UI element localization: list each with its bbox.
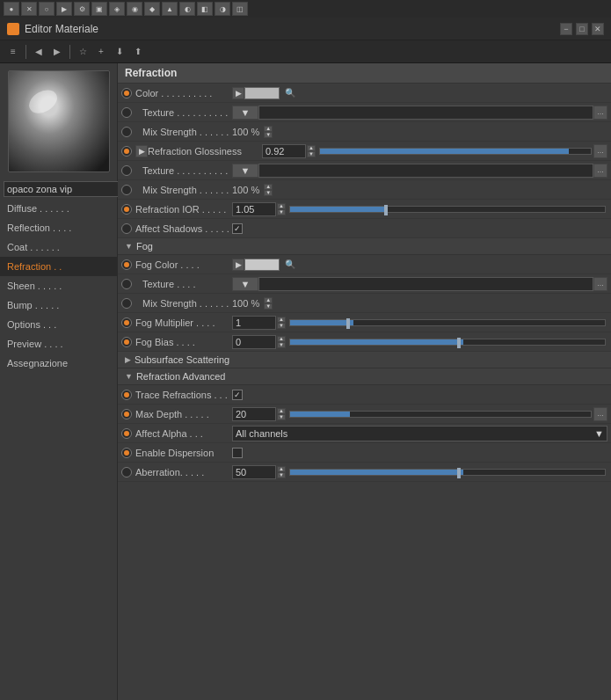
fog-bias-up[interactable]: ▲ <box>277 336 286 342</box>
texture-more-1[interactable]: … <box>593 106 607 120</box>
trace-checkbox[interactable]: ✓ <box>232 390 243 400</box>
fog-mix-spinner[interactable]: ▲ ▼ <box>264 297 273 310</box>
fog-multiplier-spinbtns[interactable]: ▲ ▼ <box>277 317 286 329</box>
toolbar-icon-13[interactable]: ◑ <box>215 2 230 16</box>
forward-icon[interactable]: ▶ <box>49 44 65 60</box>
mix-down-2[interactable]: ▼ <box>264 190 273 196</box>
texture-more-2[interactable]: … <box>593 164 607 178</box>
fog-texture-input[interactable] <box>258 277 593 291</box>
texture-input-2[interactable] <box>258 164 593 178</box>
add-icon[interactable]: + <box>93 44 109 60</box>
mix-spinner-1[interactable]: ▲ ▼ <box>264 126 273 138</box>
max-depth-slider[interactable] <box>289 411 592 418</box>
texture-dropdown-1[interactable]: ▼ <box>232 106 258 120</box>
mix-radio-2[interactable] <box>121 185 132 195</box>
texture-dropdown-2[interactable]: ▼ <box>232 164 258 178</box>
nav-item-sheen[interactable]: Sheen . . . . . <box>0 276 117 295</box>
mix-up-2[interactable]: ▲ <box>264 184 273 190</box>
texture-radio-2[interactable] <box>121 165 132 176</box>
glossiness-more[interactable]: … <box>593 144 607 158</box>
fog-mult-down[interactable]: ▼ <box>277 323 286 329</box>
nav-item-coat[interactable]: Coat . . . . . . <box>0 237 117 257</box>
nav-item-diffuse[interactable]: Diffuse . . . . . . <box>0 199 117 218</box>
fog-eyedropper-icon[interactable]: 🔍 <box>283 258 297 272</box>
mix-spinner-2[interactable]: ▲ ▼ <box>264 184 273 196</box>
export-icon[interactable]: ⬆ <box>130 44 146 60</box>
nav-item-reflection[interactable]: Reflection . . . . <box>0 218 117 237</box>
nav-item-bump[interactable]: Bump . . . . . <box>0 295 117 315</box>
mix-down-1[interactable]: ▼ <box>264 132 273 138</box>
ior-down[interactable]: ▼ <box>277 209 286 215</box>
back-icon[interactable]: ◀ <box>31 44 47 60</box>
fog-header[interactable]: ▼ Fog <box>118 238 611 255</box>
texture-radio-1[interactable] <box>121 107 132 118</box>
glossiness-radio[interactable] <box>121 146 132 157</box>
toolbar-icon-8[interactable]: ◉ <box>127 2 142 16</box>
fog-multiplier-slider[interactable] <box>289 319 606 326</box>
affect-shadows-checkbox[interactable]: ✓ <box>232 223 243 234</box>
aberration-slider[interactable] <box>289 469 606 476</box>
enable-dispersion-radio[interactable] <box>121 448 132 458</box>
fog-mix-down[interactable]: ▼ <box>264 303 273 310</box>
toolbar-icon-9[interactable]: ◆ <box>144 2 160 16</box>
glossiness-spinbtns[interactable]: ▲ ▼ <box>307 145 316 157</box>
material-name-input[interactable] <box>4 181 132 197</box>
fog-bias-spinbtns[interactable]: ▲ ▼ <box>277 336 286 348</box>
fog-color-radio[interactable] <box>121 259 132 270</box>
toolbar-icon-11[interactable]: ◐ <box>179 2 195 16</box>
import-icon[interactable]: ⬇ <box>112 44 127 60</box>
fog-bias-input[interactable] <box>232 335 276 349</box>
aberration-down[interactable]: ▼ <box>277 472 286 478</box>
affect-alpha-radio[interactable] <box>121 428 132 439</box>
max-depth-input[interactable] <box>232 407 276 421</box>
toolbar-icon-2[interactable]: ✕ <box>21 2 37 16</box>
ior-spinbtns[interactable]: ▲ ▼ <box>277 203 286 215</box>
refraction-advanced-header[interactable]: ▼ Refraction Advanced <box>118 368 611 385</box>
mix-radio-1[interactable] <box>121 127 132 137</box>
fog-bias-slider[interactable] <box>289 339 606 346</box>
menu-icon[interactable]: ≡ <box>5 44 21 60</box>
aberration-radio[interactable] <box>121 467 132 478</box>
ior-input[interactable] <box>232 202 276 216</box>
glossiness-up[interactable]: ▲ <box>307 145 316 151</box>
max-depth-down[interactable]: ▼ <box>277 414 286 420</box>
toolbar-icon-7[interactable]: ◈ <box>109 2 125 16</box>
glossiness-down[interactable]: ▼ <box>307 151 316 157</box>
toolbar-icon-1[interactable]: ● <box>4 2 19 16</box>
toolbar-icon-6[interactable]: ▣ <box>91 2 107 16</box>
nav-item-preview[interactable]: Preview . . . . <box>0 334 117 354</box>
fog-texture-more[interactable]: … <box>593 277 607 291</box>
max-depth-up[interactable]: ▲ <box>277 408 286 414</box>
toolbar-icon-4[interactable]: ▶ <box>56 2 72 16</box>
close-button[interactable]: ✕ <box>592 23 604 35</box>
enable-dispersion-checkbox[interactable] <box>232 448 243 458</box>
color-swatch[interactable] <box>244 87 280 99</box>
aberration-up[interactable]: ▲ <box>277 466 286 472</box>
maximize-button[interactable]: □ <box>576 23 588 35</box>
fog-bias-radio[interactable] <box>121 337 132 347</box>
aberration-spinbtns[interactable]: ▲ ▼ <box>277 466 286 478</box>
minimize-button[interactable]: − <box>560 23 572 35</box>
trace-radio[interactable] <box>121 390 132 400</box>
fog-mix-radio[interactable] <box>121 298 132 309</box>
mix-up-1[interactable]: ▲ <box>264 126 273 132</box>
glossiness-slider[interactable] <box>319 148 592 155</box>
max-depth-more[interactable]: … <box>593 407 607 421</box>
glossiness-input[interactable] <box>262 144 306 158</box>
nav-item-refraction[interactable]: Refraction . . <box>0 257 117 276</box>
toolbar-icon-3[interactable]: ○ <box>39 2 55 16</box>
aberration-input[interactable] <box>232 465 276 479</box>
toolbar-icon-10[interactable]: ▲ <box>162 2 178 16</box>
fog-multiplier-input[interactable] <box>232 316 276 330</box>
color-arrow[interactable]: ▶ <box>232 87 244 99</box>
nav-item-options[interactable]: Options . . . <box>0 315 117 334</box>
ior-up[interactable]: ▲ <box>277 203 286 209</box>
fog-color-swatch[interactable] <box>244 259 280 271</box>
ior-radio[interactable] <box>121 204 132 215</box>
toolbar-icon-12[interactable]: ◧ <box>197 2 213 16</box>
fog-multiplier-radio[interactable] <box>121 317 132 328</box>
subsurface-header[interactable]: ▶ Subsurface Scattering <box>118 352 611 368</box>
nav-item-assegnazione[interactable]: Assegnazione <box>0 354 117 373</box>
fog-texture-radio[interactable] <box>121 279 132 289</box>
color-radio[interactable] <box>121 88 132 98</box>
